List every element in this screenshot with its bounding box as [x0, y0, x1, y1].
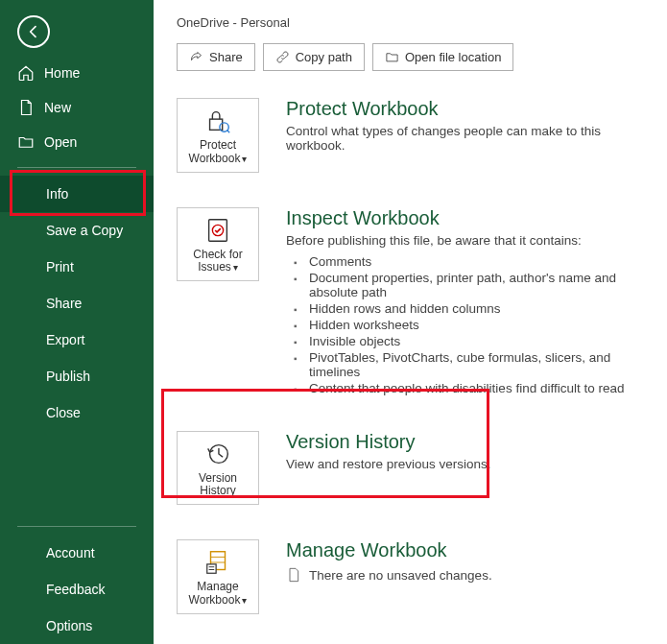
nav-publish[interactable]: Publish — [0, 358, 154, 394]
version-tile[interactable]: Version History — [177, 431, 259, 506]
inspect-tile[interactable]: Check for Issues▾ — [177, 207, 259, 282]
version-title: Version History — [286, 431, 644, 453]
chevron-down-icon: ▾ — [233, 262, 238, 273]
open-icon — [17, 133, 35, 151]
inspect-title: Inspect Workbook — [286, 207, 644, 229]
document-icon — [286, 567, 301, 583]
nav-print[interactable]: Print — [0, 249, 154, 285]
list-item: Comments — [299, 253, 644, 270]
chevron-down-icon: ▾ — [242, 595, 247, 606]
share-icon — [189, 50, 203, 64]
lock-icon — [203, 107, 232, 135]
list-item: PivotTables, PivotCharts, cube formulas,… — [299, 349, 644, 380]
open-location-label: Open file location — [405, 50, 501, 64]
manage-section: Manage Workbook▾ Manage Workbook There a… — [177, 539, 644, 614]
nav-account[interactable]: Account — [0, 535, 154, 571]
nav-home[interactable]: Home — [0, 56, 154, 90]
nav-export-label: Export — [46, 332, 84, 347]
share-label: Share — [209, 50, 243, 64]
location-text: OneDrive - Personal — [177, 15, 644, 30]
nav-home-label: Home — [44, 65, 80, 81]
nav-publish-label: Publish — [46, 369, 90, 384]
version-desc: View and restore previous versions. — [286, 457, 644, 471]
nav-open[interactable]: Open — [0, 125, 154, 159]
inspect-list: Comments Document properties, printer pa… — [286, 253, 644, 396]
nav-feedback-label: Feedback — [46, 582, 105, 597]
nav-options-label: Options — [46, 618, 92, 633]
protect-tile-label: Protect Workbook — [189, 138, 241, 165]
nav-export[interactable]: Export — [0, 322, 154, 358]
nav-account-label: Account — [46, 545, 95, 561]
manage-icon — [203, 548, 232, 577]
check-issues-icon — [203, 216, 232, 245]
manage-tile[interactable]: Manage Workbook▾ — [177, 539, 259, 614]
history-icon — [203, 440, 232, 468]
list-item: Hidden rows and hidden columns — [299, 300, 644, 317]
version-tile-label: Version History — [199, 471, 237, 498]
version-section: Version History Version History View and… — [177, 431, 644, 506]
nav-save-copy-label: Save a Copy — [46, 223, 123, 238]
nav-share[interactable]: Share — [0, 285, 154, 322]
nav-options[interactable]: Options — [0, 608, 154, 644]
nav-new-label: New — [44, 100, 71, 115]
back-button[interactable] — [17, 15, 50, 48]
divider — [17, 167, 136, 168]
inspect-section: Check for Issues▾ Inspect Workbook Befor… — [177, 207, 644, 396]
toolbar: Share Copy path Open file location — [177, 43, 644, 71]
list-item: Document properties, printer path, autho… — [299, 270, 644, 300]
share-button[interactable]: Share — [177, 43, 255, 71]
open-location-button[interactable]: Open file location — [372, 43, 513, 71]
nav-close[interactable]: Close — [0, 394, 154, 431]
divider — [17, 526, 136, 527]
manage-tile-label: Manage Workbook — [189, 580, 241, 607]
content-area: OneDrive - Personal Share Copy path Open… — [154, 0, 667, 644]
list-item: Invisible objects — [299, 333, 644, 349]
manage-desc: There are no unsaved changes. — [309, 568, 492, 583]
protect-tile[interactable]: Protect Workbook▾ — [177, 98, 259, 173]
folder-icon — [385, 50, 399, 64]
arrow-left-icon — [26, 24, 41, 39]
chevron-down-icon: ▾ — [242, 154, 247, 164]
protect-desc: Control what types of changes people can… — [286, 124, 644, 153]
backstage-sidebar: Home New Open Info Save a Copy Print Sha… — [0, 0, 154, 644]
new-icon — [17, 99, 35, 116]
copy-path-label: Copy path — [296, 50, 352, 64]
nav-info-label: Info — [46, 186, 68, 202]
nav-print-label: Print — [46, 259, 74, 274]
nav-close-label: Close — [46, 405, 81, 420]
manage-title: Manage Workbook — [286, 539, 644, 561]
nav-feedback[interactable]: Feedback — [0, 571, 154, 608]
copy-path-button[interactable]: Copy path — [263, 43, 365, 71]
nav-new[interactable]: New — [0, 90, 154, 125]
nav-save-copy[interactable]: Save a Copy — [0, 212, 154, 249]
link-icon — [275, 50, 290, 64]
nav-share-label: Share — [46, 296, 82, 311]
home-icon — [17, 64, 35, 82]
list-item: Content that people with disabilities fi… — [299, 380, 644, 396]
nav-info[interactable]: Info — [0, 176, 154, 212]
protect-section: Protect Workbook▾ Protect Workbook Contr… — [177, 98, 644, 173]
nav-open-label: Open — [44, 134, 77, 150]
svg-rect-6 — [207, 564, 216, 573]
inspect-desc: Before publishing this file, be aware th… — [286, 233, 644, 248]
list-item: Hidden worksheets — [299, 317, 644, 333]
protect-title: Protect Workbook — [286, 98, 644, 120]
